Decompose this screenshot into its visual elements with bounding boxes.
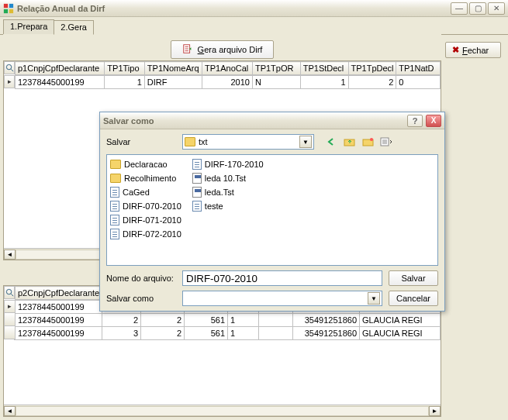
search-icon[interactable] <box>4 61 15 74</box>
file-label: DIRF-070-2010 <box>123 201 181 211</box>
list-item[interactable]: DIRF-070-2010 <box>110 200 181 212</box>
close-icon: ✖ <box>452 45 459 55</box>
tab-gera[interactable]: 2.Gera <box>54 20 94 35</box>
new-folder-icon[interactable] <box>361 134 376 150</box>
row-indicator <box>4 75 15 88</box>
svg-point-11 <box>370 138 373 141</box>
fechar-label: Fechar <box>462 46 489 55</box>
dialog-close-button[interactable]: X <box>426 115 441 127</box>
file-label: DIRF-072-2010 <box>123 229 181 239</box>
col-header[interactable]: TP1AnoCal <box>202 62 253 75</box>
cell: DIRF <box>144 76 202 89</box>
gera-arquivo-button[interactable]: Gera arquivo Dirf <box>171 40 275 59</box>
chevron-down-icon[interactable]: ▼ <box>299 136 312 148</box>
col-header[interactable]: TP1StDecl <box>300 62 348 75</box>
hscrollbar[interactable]: ◄ ► <box>4 405 441 416</box>
cell: 3 <box>102 327 141 340</box>
col-header[interactable]: TP1Tipo <box>105 62 145 75</box>
cell: 12378445000199 <box>16 314 102 327</box>
save-type-label: Salvar como <box>106 294 176 303</box>
cell <box>259 327 293 340</box>
svg-point-5 <box>6 64 11 69</box>
col-header[interactable]: TP1TpDecl <box>348 62 396 75</box>
file-label: Declaracao <box>124 160 168 169</box>
list-item[interactable]: DIRF-071-2010 <box>110 214 181 226</box>
list-item[interactable]: DIRF-170-2010 <box>192 158 264 170</box>
file-label: DIRF-071-2010 <box>123 215 181 225</box>
scroll-track[interactable] <box>16 406 429 416</box>
cell: 2 <box>348 76 396 89</box>
folder-combo[interactable]: txt ▼ <box>182 134 314 150</box>
list-item[interactable]: Recolhimento <box>110 172 181 184</box>
cell: 1 <box>228 327 259 340</box>
cell: 2 <box>141 327 185 340</box>
minimize-button[interactable]: — <box>451 2 468 15</box>
filename-input[interactable] <box>182 270 382 286</box>
save-button[interactable]: Salvar <box>389 270 438 286</box>
cell: 12378445000199 <box>16 301 102 314</box>
list-item[interactable]: DIRF-072-2010 <box>110 228 181 240</box>
document-icon <box>110 187 119 198</box>
search-icon[interactable] <box>4 286 15 299</box>
list-item[interactable]: Declaracao <box>110 158 181 170</box>
col-header[interactable]: TP1TpOR <box>252 62 300 75</box>
file-label: DIRF-170-2010 <box>205 160 264 169</box>
cancel-button[interactable]: Cancelar <box>389 291 438 306</box>
cell: 35491251860 <box>293 327 360 340</box>
view-menu-icon[interactable] <box>379 134 395 150</box>
list-item[interactable]: CaGed <box>110 186 181 198</box>
col-header[interactable]: TP1NatD <box>396 62 441 75</box>
up-folder-icon[interactable] <box>342 134 358 150</box>
table-row[interactable]: 12378445000199 2 2 561 1 35491251860 GLA… <box>16 314 441 327</box>
row-indicator <box>4 313 15 326</box>
row-indicator <box>4 326 15 339</box>
list-item[interactable]: leda.Tst <box>192 186 264 198</box>
col-header[interactable]: TP1NomeArq <box>144 62 202 75</box>
list-item[interactable]: teste <box>192 200 264 212</box>
tst-file-icon <box>192 173 202 184</box>
file-list-pane[interactable]: Declaracao Recolhimento CaGed DIRF-070-2… <box>106 154 438 266</box>
export-icon <box>182 43 193 56</box>
file-label: teste <box>205 201 223 211</box>
cell: 12378445000199 <box>16 76 105 89</box>
scroll-left-button[interactable]: ◄ <box>4 406 16 416</box>
cell: 0 <box>396 76 441 89</box>
cell: GLAUCIA REGI <box>360 327 441 340</box>
fechar-button[interactable]: ✖ Fechar <box>445 42 501 58</box>
window-titlebar: Relação Anual da Dirf — ▢ ✕ <box>0 0 508 17</box>
cancel-label: Cancelar <box>396 294 430 303</box>
folder-icon <box>110 160 121 169</box>
save-as-dialog: Salvar como ? X Salvar txt ▼ Declaracao … <box>99 112 445 312</box>
folder-name: txt <box>199 137 296 146</box>
cell: 1 <box>228 314 259 327</box>
maximize-button[interactable]: ▢ <box>469 2 486 15</box>
svg-line-8 <box>11 294 13 296</box>
tab-label: 2.Gera <box>60 22 87 32</box>
table-row[interactable]: 12378445000199 1 DIRF 2010 N 1 2 0 <box>16 76 441 89</box>
back-icon[interactable] <box>323 134 339 150</box>
save-in-label: Salvar <box>106 137 176 146</box>
svg-rect-0 <box>4 3 8 7</box>
chevron-down-icon[interactable]: ▼ <box>368 292 380 305</box>
tab-prepara[interactable]: 1.Prepara <box>3 19 54 34</box>
list-item[interactable]: leda 10.Tst <box>192 172 264 184</box>
folder-icon <box>110 174 121 183</box>
cell: GLAUCIA REGI <box>360 314 441 327</box>
scroll-left-button[interactable]: ◄ <box>4 250 16 260</box>
col-header[interactable]: p2CnpjCpfDeclarante <box>16 287 102 300</box>
table-row[interactable]: 12378445000199 3 2 561 1 35491251860 GLA… <box>16 327 441 340</box>
file-label: leda 10.Tst <box>205 174 246 183</box>
cell: 1 <box>105 76 145 89</box>
row-indicator <box>4 300 15 313</box>
folder-icon <box>185 137 195 146</box>
close-window-button[interactable]: ✕ <box>488 2 505 15</box>
svg-line-6 <box>11 69 13 71</box>
col-header[interactable]: p1CnpjCpfDeclarante <box>16 62 105 75</box>
tab-label: 1.Prepara <box>10 22 47 31</box>
save-type-combo[interactable]: ▼ <box>182 291 382 306</box>
svg-rect-3 <box>9 9 13 12</box>
scroll-right-button[interactable]: ► <box>429 406 441 416</box>
filename-label: Nome do arquivo: <box>106 274 176 283</box>
help-button[interactable]: ? <box>407 115 423 127</box>
cell: 1 <box>300 76 348 89</box>
